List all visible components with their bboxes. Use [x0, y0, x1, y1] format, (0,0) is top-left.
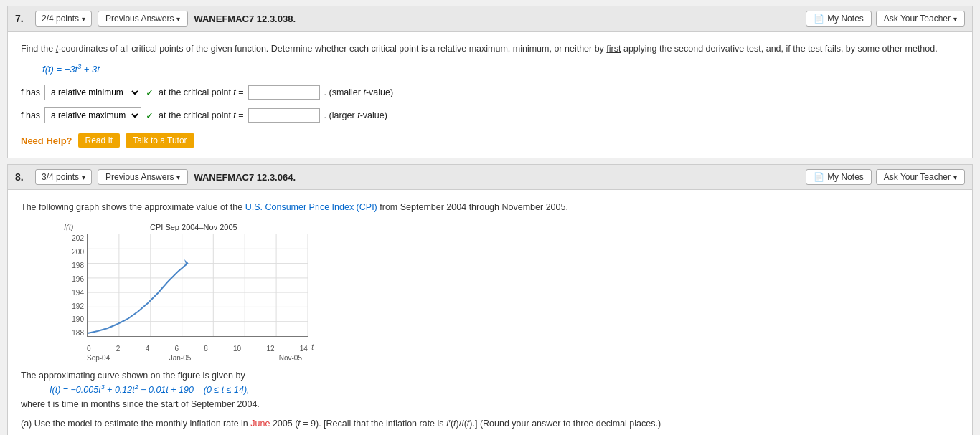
check-icon-2: ✓ — [146, 110, 154, 121]
ask-teacher-button-8[interactable]: Ask Your Teacher ▾ — [876, 169, 965, 185]
ask-teacher-button-7[interactable]: Ask Your Teacher ▾ — [876, 11, 965, 27]
graph-title: CPI Sep 2004–Nov 2005 — [150, 223, 237, 231]
question-id-8: WANEFMAC7 12.3.064. — [194, 172, 800, 183]
chevron-down-icon: ▾ — [82, 15, 85, 23]
header-right-8: 📄 My Notes Ask Your Teacher ▾ — [806, 169, 965, 185]
question-8-body: The following graph shows the approximat… — [8, 190, 972, 435]
formula-display-8: I(t) = −0.005t3 + 0.12t2 − 0.01t + 190 (… — [50, 383, 959, 395]
doc-icon: 📄 — [814, 14, 824, 24]
critical-point-input-1[interactable] — [248, 85, 320, 100]
relative-type-select-2[interactable]: a relative maximum a relative minimum ne… — [44, 107, 141, 123]
graph-plot-area — [87, 234, 308, 337]
y-axis-values: 202 200 198 196 194 192 190 188 — [64, 234, 84, 337]
problem-text-7: Find the t-coordinates of all critical p… — [21, 42, 959, 56]
header-right-7: 📄 My Notes Ask Your Teacher ▾ — [806, 11, 965, 27]
graph-wrapper: 202 200 198 196 194 192 190 188 — [64, 234, 308, 353]
part-a-text: (a) Use the model to estimate the monthl… — [21, 416, 959, 431]
critical-point-input-2[interactable] — [248, 108, 320, 123]
intro-text-8: The following graph shows the approximat… — [21, 200, 959, 214]
my-notes-button-8[interactable]: 📄 My Notes — [806, 169, 872, 185]
graph-grid — [88, 234, 308, 336]
answer-row-1: f has a relative minimum a relative maxi… — [21, 85, 959, 100]
doc-icon: 📄 — [814, 172, 824, 182]
chevron-down-icon: ▾ — [953, 173, 957, 181]
chevron-down-icon: ▾ — [176, 15, 180, 23]
previous-answers-button-8[interactable]: Previous Answers ▾ — [98, 169, 188, 185]
my-notes-button-7[interactable]: 📄 My Notes — [806, 11, 872, 27]
graph-section: I(t) CPI Sep 2004–Nov 2005 202 200 198 1… — [21, 223, 959, 362]
question-7-body: Find the t-coordinates of all critical p… — [8, 32, 972, 158]
question-7: 7. 2/4 points ▾ Previous Answers ▾ WANEF… — [7, 6, 973, 158]
x-axis-values: 0 2 4 6 8 10 12 14 — [87, 345, 308, 353]
x-axis-t-label: t — [311, 343, 314, 351]
y-axis-label: I(t) — [64, 223, 150, 231]
question-8-header: 8. 3/4 points ▾ Previous Answers ▾ WANEF… — [8, 165, 972, 190]
question-8-number: 8. — [15, 171, 29, 183]
question-7-header: 7. 2/4 points ▾ Previous Answers ▾ WANEF… — [8, 6, 972, 32]
check-icon-1: ✓ — [146, 87, 154, 98]
question-7-number: 7. — [15, 13, 29, 24]
month-labels: Sep-04 Jan-05 Nov-05 — [87, 354, 302, 362]
points-button-8[interactable]: 3/4 points ▾ — [35, 169, 92, 185]
chevron-down-icon: ▾ — [82, 173, 85, 181]
answer-row-2: f has a relative maximum a relative mini… — [21, 107, 959, 123]
read-it-button[interactable]: Read It — [78, 133, 121, 148]
need-help-label: Need Help? — [21, 135, 72, 146]
relative-type-select-1[interactable]: a relative minimum a relative maximum ne… — [44, 85, 141, 100]
question-8: 8. 3/4 points ▾ Previous Answers ▾ WANEF… — [7, 164, 973, 435]
chevron-down-icon: ▾ — [176, 173, 180, 181]
need-help-section: Need Help? Read It Talk to a Tutor — [21, 133, 959, 148]
function-display-7: f(t) = −3t3 + 3t — [42, 63, 959, 75]
approx-curve-text: The approximating curve shown on the fig… — [21, 371, 959, 381]
points-button-7[interactable]: 2/4 points ▾ — [35, 11, 92, 27]
question-id-7: WANEFMAC7 12.3.038. — [194, 14, 800, 24]
chevron-down-icon: ▾ — [953, 15, 957, 23]
previous-answers-button-7[interactable]: Previous Answers ▾ — [98, 11, 188, 27]
talk-tutor-button[interactable]: Talk to a Tutor — [126, 133, 194, 148]
where-text-8: where t is time in months since the star… — [21, 399, 959, 409]
